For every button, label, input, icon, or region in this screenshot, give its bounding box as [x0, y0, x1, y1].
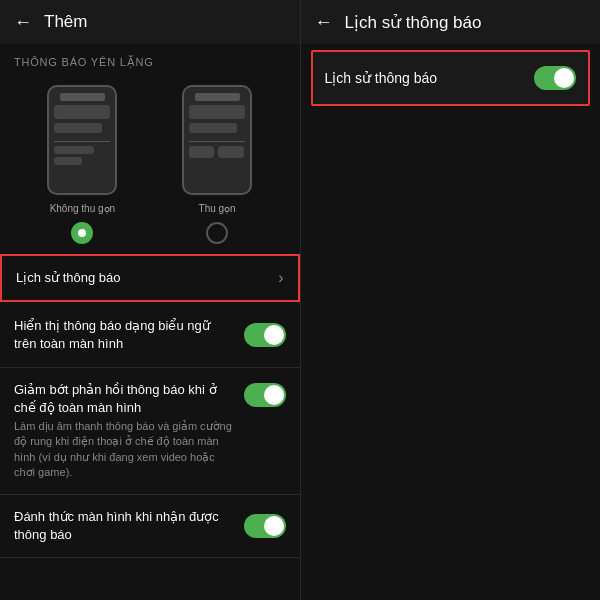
section-label-silent: THÔNG BÁO YÊN LẶNG	[0, 44, 300, 75]
notif-bar-2	[195, 93, 240, 101]
back-arrow-right[interactable]: ←	[315, 12, 333, 33]
highlighted-row-title: Lịch sử thông báo	[325, 70, 438, 86]
radio-inner-1	[78, 229, 86, 237]
settings-item-lich-su-text: Lịch sử thông báo	[16, 269, 278, 287]
notif-block-1d	[54, 157, 82, 165]
settings-list: Lịch sử thông báo › Hiển thị thông báo d…	[0, 244, 300, 558]
chevron-lich-su: ›	[278, 269, 283, 287]
back-arrow-left[interactable]: ←	[14, 12, 32, 33]
phone-illustrations: Không thu gọn Thu gọn	[0, 75, 300, 244]
settings-item-danh-thuc-title: Đánh thức màn hình khi nhận được thông b…	[14, 508, 234, 544]
toggle-giam-bot[interactable]	[244, 383, 286, 407]
settings-item-lich-su-title: Lịch sử thông báo	[16, 269, 268, 287]
settings-item-giam-bot-title: Giảm bớt phản hồi thông báo khi ở chế độ…	[14, 381, 234, 417]
phone-label-not-collapsed: Không thu gọn	[50, 203, 116, 214]
settings-item-danh-thuc-text: Đánh thức màn hình khi nhận được thông b…	[14, 508, 244, 544]
phone-frame-1	[47, 85, 117, 195]
phone-label-collapsed: Thu gọn	[199, 203, 236, 214]
toggle-danh-thuc[interactable]	[244, 514, 286, 538]
right-header: ← Lịch sử thông báo	[301, 0, 601, 44]
notif-block-1b	[54, 123, 102, 133]
notif-block-2d	[218, 146, 243, 158]
radio-collapsed[interactable]	[206, 222, 228, 244]
notif-block-2c	[189, 146, 214, 158]
toggle-lich-su-right[interactable]	[534, 66, 576, 90]
left-header-title: Thêm	[44, 12, 87, 32]
phone-option-not-collapsed[interactable]: Không thu gọn	[20, 85, 145, 244]
settings-item-giam-bot-text: Giảm bớt phản hồi thông báo khi ở chế độ…	[14, 381, 244, 481]
settings-item-hien-thi-title: Hiển thị thông báo dạng biểu ngữ trên to…	[14, 317, 234, 353]
settings-item-danh-thuc[interactable]: Đánh thức màn hình khi nhận được thông b…	[0, 495, 300, 558]
notif-block-1a	[54, 105, 110, 119]
settings-item-giam-bot[interactable]: Giảm bớt phản hồi thông báo khi ở chế độ…	[0, 368, 300, 495]
phone-option-collapsed[interactable]: Thu gọn	[155, 85, 280, 244]
highlighted-row-right[interactable]: Lịch sử thông báo	[311, 50, 591, 106]
toggle-hien-thi[interactable]	[244, 323, 286, 347]
settings-item-giam-bot-desc: Làm dịu âm thanh thông báo và giảm cường…	[14, 419, 234, 481]
phone-frame-2	[182, 85, 252, 195]
settings-item-hien-thi[interactable]: Hiển thị thông báo dạng biểu ngữ trên to…	[0, 304, 300, 367]
right-header-title: Lịch sử thông báo	[345, 12, 482, 33]
notif-block-2a	[189, 105, 245, 119]
right-panel: ← Lịch sử thông báo Lịch sử thông báo	[301, 0, 601, 600]
notif-bar-1	[60, 93, 105, 101]
settings-item-lich-su[interactable]: Lịch sử thông báo ›	[0, 254, 300, 302]
left-panel: ← Thêm THÔNG BÁO YÊN LẶNG Không thu gọn	[0, 0, 301, 600]
radio-not-collapsed[interactable]	[71, 222, 93, 244]
left-header: ← Thêm	[0, 0, 300, 44]
settings-item-hien-thi-text: Hiển thị thông báo dạng biểu ngữ trên to…	[14, 317, 244, 353]
notif-block-1c	[54, 146, 93, 154]
notif-block-2b	[189, 123, 237, 133]
